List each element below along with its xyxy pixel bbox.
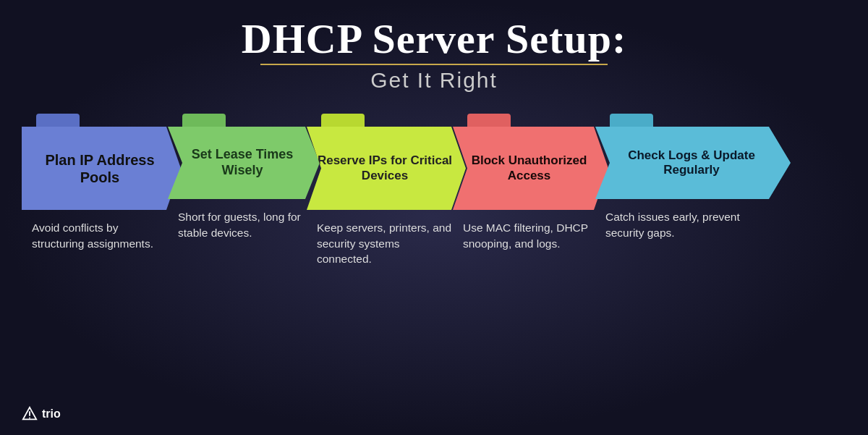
step-1-body: Avoid conflicts by structuring assignmen… xyxy=(22,210,181,258)
step-1-card: Plan IP Address Pools Avoid conflicts by… xyxy=(22,127,181,258)
step-1-title: Plan IP Address Pools xyxy=(32,151,168,186)
step-2-header: Set Lease Times Wisely xyxy=(168,127,320,199)
step-2-tab xyxy=(182,114,226,128)
step-2-body: Short for guests, long for stable device… xyxy=(168,199,320,248)
header-section: DHCP Server Setup: Get It Right xyxy=(0,0,868,93)
step-2-card: Set Lease Times Wisely Short for guests,… xyxy=(168,127,320,248)
step-4-card: Block Unauthorized Access Use MAC filter… xyxy=(453,127,608,258)
logo-text: trio xyxy=(42,407,61,421)
step-3-card: Reserve IPs for Critical Devices Keep se… xyxy=(307,127,466,274)
svg-point-2 xyxy=(29,418,30,419)
step-3-title: Reserve IPs for Critical Devices xyxy=(317,153,453,183)
step-3-header: Reserve IPs for Critical Devices xyxy=(307,127,466,210)
subtitle: Get It Right xyxy=(0,68,868,93)
step-5-header: Check Logs & Update Regularly xyxy=(595,127,791,199)
step-5-title: Check Logs & Update Regularly xyxy=(605,148,778,178)
step-5-body: Catch issues early, prevent security gap… xyxy=(595,199,791,248)
steps-area: Plan IP Address Pools Avoid conflicts by… xyxy=(22,127,854,274)
step-4-header: Block Unauthorized Access xyxy=(453,127,608,210)
step-2-title: Set Lease Times Wisely xyxy=(178,147,307,178)
step-3-tab xyxy=(321,114,365,128)
main-title: DHCP Server Setup: xyxy=(0,16,868,62)
step-1-header: Plan IP Address Pools xyxy=(22,127,181,210)
step-4-title: Block Unauthorized Access xyxy=(463,153,595,183)
logo: trio xyxy=(22,406,61,422)
step-4-tab xyxy=(467,114,511,128)
step-5-card: Check Logs & Update Regularly Catch issu… xyxy=(595,127,791,248)
step-1-tab xyxy=(36,114,80,128)
step-3-body: Keep servers, printers, and security sys… xyxy=(307,210,466,274)
step-5-tab xyxy=(610,114,653,128)
step-4-body: Use MAC filtering, DHCP snooping, and lo… xyxy=(453,210,608,258)
logo-icon xyxy=(22,406,38,422)
main-content: DHCP Server Setup: Get It Right Plan IP … xyxy=(0,0,868,435)
title-underline xyxy=(260,64,608,65)
